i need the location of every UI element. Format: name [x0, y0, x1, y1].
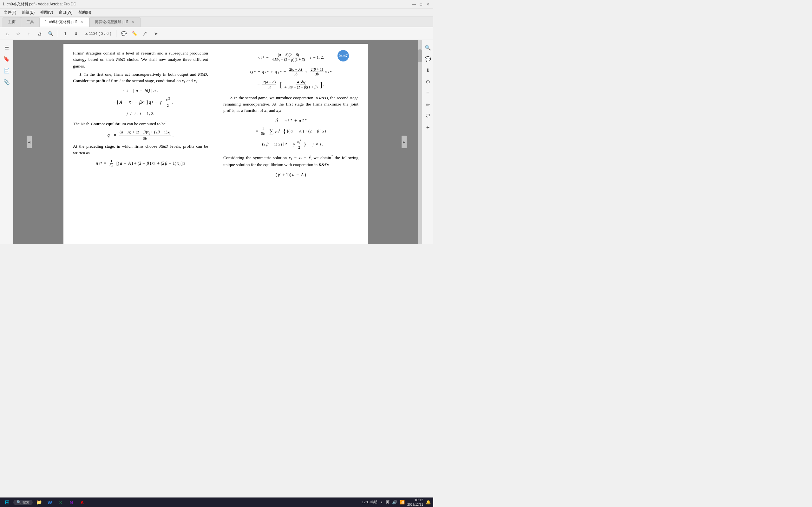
tab-home-label: 主页	[8, 19, 15, 25]
comment-toolbar-btn[interactable]: 💬	[119, 29, 129, 38]
equation-qi: qi = (a − A) + (2 − β)xi + (2β − 1)xj 3b…	[73, 130, 208, 141]
sidebar-page-icon[interactable]: 📄	[2, 65, 12, 75]
page-nav-text: 3 / 6	[101, 32, 108, 36]
tab-bar: 主页 工具 1_ch9补充材料.pdf ✕ 博弈论模型推导.pdf ✕	[0, 16, 433, 27]
toolbar-sep1	[58, 30, 58, 38]
upload-toolbar-btn[interactable]: ↑	[24, 29, 34, 38]
tab-tools[interactable]: 工具	[21, 17, 39, 26]
sidebar-attach-icon[interactable]: 📎	[2, 77, 12, 87]
tab-tools-label: 工具	[26, 19, 34, 25]
prev-page-btn[interactable]: ⬆	[61, 29, 70, 38]
maximize-button[interactable]: □	[418, 2, 424, 7]
equation-Q-star-2: = 2(a − A)3b [ 4.5bγ 4.5bγ − (2 − β)(1 +…	[223, 79, 358, 90]
equation-beta-a-A: (β + 1)(a − A)	[223, 171, 358, 178]
menu-edit[interactable]: 编辑(E)	[19, 9, 37, 16]
tab-ch9[interactable]: 1_ch9补充材料.pdf ✕	[39, 17, 90, 26]
page-label: p. 1134	[85, 32, 97, 36]
para-preceding: At the preceding stage, in which firms c…	[73, 143, 208, 156]
draw-toolbar-btn[interactable]: ✏️	[130, 29, 139, 38]
toolbar-sep2	[116, 30, 116, 38]
equation-pi-hat: π̂ = π1* + π2*	[223, 117, 358, 124]
equation-pi-2: − [A − xi − βxj]qi − γ xi22,	[73, 97, 208, 108]
menu-view[interactable]: 视图(V)	[38, 9, 55, 16]
share-toolbar-btn[interactable]: ➤	[151, 29, 161, 38]
close-button[interactable]: ✕	[425, 2, 431, 7]
para-nash: The Nash-Cournot equilibrium can be comp…	[73, 119, 208, 127]
menu-help[interactable]: 帮助(H)	[76, 9, 94, 16]
right-sidebar-format-icon[interactable]: ≡	[423, 88, 433, 98]
toolbar: ⌂ ☆ ↑ 🖨 🔍 ⬆ ⬇ p. 1134 ( 3 / 6 ) 💬 ✏️ 🖊 ➤	[0, 27, 433, 40]
page-nav-close: )	[110, 32, 111, 36]
para-symmetric: Considering the symmetric solution x1 = …	[223, 153, 358, 168]
collapse-left-btn[interactable]: ◀	[27, 135, 32, 148]
sidebar-layers-icon[interactable]: ☰	[2, 43, 12, 53]
tab-gametheory-close[interactable]: ✕	[131, 20, 135, 24]
collapse-right-btn[interactable]: ▶	[402, 135, 407, 148]
equation-pi-hat-2: = 19b ∑ i=12 { [(a − A) + (2 − β)xi	[223, 126, 358, 136]
equation-pi-hat-3: + (2β − 1)xj]2 − γ xi22 }, j ≠ i.	[223, 138, 358, 150]
menu-bar: 文件(F) 编辑(E) 视图(V) 窗口(W) 帮助(H)	[0, 9, 433, 16]
equation-pi-3: j ≠ i, i = 1, 2.	[73, 110, 208, 117]
tab-home[interactable]: 主页	[3, 17, 21, 26]
home-toolbar-btn[interactable]: ⌂	[3, 29, 12, 38]
menu-window[interactable]: 窗口(W)	[56, 9, 75, 16]
main-area: ☰ 🔖 📄 📎 04:47 Firms' strategies consist …	[0, 40, 433, 244]
right-sidebar-share-icon[interactable]: ⬇	[423, 65, 433, 75]
scrollbar-thumb[interactable]	[418, 49, 422, 62]
highlight-toolbar-btn[interactable]: 🖊	[141, 29, 150, 38]
title-bar: 1_ch9补充材料.pdf - Adobe Acrobat Pro DC — □…	[0, 0, 433, 9]
right-sidebar-magic-icon[interactable]: ✦	[423, 122, 433, 132]
sidebar-bookmark-icon[interactable]: 🔖	[2, 54, 12, 64]
timer-badge: 04:47	[338, 50, 349, 61]
page-divider	[216, 44, 216, 244]
left-sidebar: ☰ 🔖 📄 📎	[0, 40, 13, 244]
print-toolbar-btn[interactable]: 🖨	[35, 29, 44, 38]
pdf-left-column: Firms' strategies consist of a level of …	[63, 44, 216, 244]
tab-ch9-label: 1_ch9补充材料.pdf	[45, 19, 77, 25]
equation-pi-star: πi* = 19b [(a − A) + (2 − β)xi + (2β − 1…	[73, 159, 208, 168]
pdf-page: 04:47 Firms' strategies consist of a lev…	[63, 44, 368, 244]
para-game1: 1. In the first one, firms act noncooper…	[73, 71, 208, 85]
right-sidebar-pen-icon[interactable]: ✏	[423, 100, 433, 110]
window-controls: — □ ✕	[411, 2, 431, 7]
equation-pi: πi = [a − bQ]qi	[73, 88, 208, 94]
pdf-right-column: xi* = (a − A)(2 − β) 4.5bγ − (2 − β)(1 +…	[216, 44, 368, 244]
bookmark-toolbar-btn[interactable]: ☆	[13, 29, 23, 38]
window-title: 1_ch9补充材料.pdf - Adobe Acrobat Pro DC	[3, 2, 76, 7]
right-sidebar-protect-icon[interactable]: 🛡	[423, 111, 433, 121]
scrollbar[interactable]	[418, 40, 422, 244]
right-sidebar-search-icon[interactable]: 🔍	[423, 43, 433, 53]
para-game2: 2. In the second game, we introduce coop…	[223, 95, 358, 115]
search-toolbar-btn[interactable]: 🔍	[46, 29, 55, 38]
tab-ch9-close[interactable]: ✕	[79, 20, 84, 24]
minimize-button[interactable]: —	[411, 2, 417, 7]
pdf-content-area: 04:47 Firms' strategies consist of a lev…	[13, 40, 422, 244]
equation-Q-star: Q* = qi* + qj* = 2(a − A)3b + 2(β + 1)3b…	[223, 67, 358, 77]
para-intro: Firms' strategies consist of a level of …	[73, 50, 208, 69]
page-nav: (	[99, 32, 100, 36]
tab-gametheory[interactable]: 博弈论模型推导.pdf ✕	[90, 17, 141, 26]
menu-file[interactable]: 文件(F)	[1, 9, 19, 16]
tab-gametheory-label: 博弈论模型推导.pdf	[95, 19, 128, 25]
next-page-btn[interactable]: ⬇	[71, 29, 81, 38]
right-sidebar: 🔍 💬 ⬇ ⚙ ≡ ✏ 🛡 ✦	[422, 40, 433, 244]
right-sidebar-tools-icon[interactable]: ⚙	[423, 77, 433, 87]
right-sidebar-comment-icon[interactable]: 💬	[423, 54, 433, 64]
page-info: p. 1134 ( 3 / 6 )	[82, 32, 113, 36]
